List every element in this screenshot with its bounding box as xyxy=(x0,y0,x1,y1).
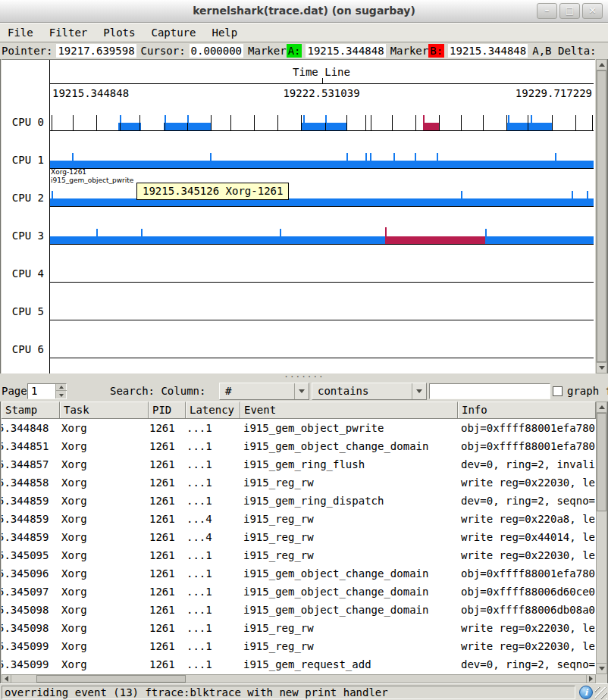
graph-scroll-down-icon[interactable] xyxy=(597,362,606,373)
event-tick xyxy=(528,115,528,130)
cell-task: Xorg xyxy=(60,583,149,601)
timeline-graph[interactable]: Time Line 19215.344848 19222.531039 1922… xyxy=(2,59,595,373)
table-row[interactable]: 5.345098Xorg1261...1i915_reg_rwwrite reg… xyxy=(2,619,596,637)
cell-stamp: 5.345095 xyxy=(2,546,60,564)
event-tick xyxy=(325,115,327,123)
graph-vertical-scrollbar[interactable] xyxy=(596,59,607,373)
table-scroll-up-icon[interactable] xyxy=(597,402,606,413)
spin-down-icon[interactable] xyxy=(56,392,67,398)
cpu-row-0[interactable] xyxy=(50,93,594,131)
scroll-left-icon[interactable] xyxy=(2,675,11,683)
menu-item-help[interactable]: Help xyxy=(212,25,237,40)
pane-splitter[interactable]: ······· xyxy=(0,373,608,381)
event-tick xyxy=(393,153,395,161)
graph-scroll-thumb[interactable] xyxy=(597,70,606,362)
cpu-3-bar[interactable] xyxy=(485,236,594,244)
page-spinbox[interactable]: 1 xyxy=(27,383,67,399)
table-row[interactable]: 5.344859Xorg1261...1i915_gem_ring_dispat… xyxy=(2,492,596,510)
cpu-label-6: CPU 6 xyxy=(2,343,44,357)
cpu-3-bar[interactable] xyxy=(50,236,385,244)
cell-event: i915_reg_rw xyxy=(240,473,458,492)
column-header-latency[interactable]: Latency xyxy=(186,402,240,419)
cpu-row-6[interactable] xyxy=(50,320,594,358)
cpu-0-bar[interactable] xyxy=(423,123,440,130)
cell-pid: 1261 xyxy=(149,655,186,673)
cell-task: Xorg xyxy=(60,510,149,528)
event-tick xyxy=(392,115,393,130)
cell-task: Xorg xyxy=(60,455,149,473)
event-tick xyxy=(572,191,573,198)
chevron-down-icon[interactable] xyxy=(412,383,426,399)
cell-task: Xorg xyxy=(60,473,149,492)
table-row[interactable]: 5.344859Xorg1261...4i915_reg_rwwrite reg… xyxy=(2,510,596,528)
info-icon[interactable]: i xyxy=(579,686,593,699)
marker-b-value: 19215.344848 xyxy=(448,44,528,58)
graph-follows-checkbox[interactable] xyxy=(553,386,563,396)
column-header-pid[interactable]: PID xyxy=(149,402,186,419)
cpu-0-bar[interactable] xyxy=(506,123,552,130)
cpu-0-bar[interactable] xyxy=(118,123,142,130)
table-row[interactable]: 5.345097Xorg1261...1i915_gem_object_chan… xyxy=(2,583,596,601)
cell-event: i915_gem_object_change_domain xyxy=(240,583,458,601)
table-row[interactable]: 5.345099Xorg1261...1i915_gem_request_add… xyxy=(2,655,596,673)
table-vertical-scrollbar[interactable] xyxy=(596,402,607,674)
horizontal-scroll-thumb[interactable] xyxy=(36,675,186,683)
search-input[interactable] xyxy=(429,383,550,399)
table-row[interactable]: 5.345098Xorg1261...1i915_gem_object_chan… xyxy=(2,601,596,619)
cursor-value: 0.000000 xyxy=(190,44,243,58)
table-row[interactable]: 5.345096Xorg1261...1i915_gem_object_chan… xyxy=(2,564,596,583)
event-tick xyxy=(211,115,212,130)
table-row[interactable]: 5.344848Xorg1261...1i915_gem_object_pwri… xyxy=(2,419,596,437)
table-row[interactable]: 5.344859Xorg1261...4i915_reg_rwwrite reg… xyxy=(2,528,596,546)
cpu-3-bar[interactable] xyxy=(385,236,486,244)
event-tick xyxy=(72,153,74,161)
cpu-1-bar[interactable] xyxy=(50,161,594,168)
table-row[interactable]: 5.345099Xorg1261...1i915_reg_rwwrite reg… xyxy=(2,637,596,655)
cell-event: i915_gem_request_add xyxy=(240,655,458,673)
menu-item-file[interactable]: File xyxy=(8,25,33,40)
cpu-row-1[interactable] xyxy=(50,131,594,169)
cpu-0-bar[interactable] xyxy=(301,123,346,130)
close-button[interactable]: ✕ xyxy=(582,3,603,19)
cpu-row-2[interactable] xyxy=(50,169,594,207)
table-row[interactable]: 5.344851Xorg1261...1i915_gem_object_chan… xyxy=(2,437,596,455)
cpu-2-bar[interactable] xyxy=(50,198,594,206)
match-select[interactable]: contains xyxy=(312,383,427,400)
scrollbar-corner xyxy=(596,674,607,683)
resize-grip-icon[interactable] xyxy=(595,687,607,699)
table-horizontal-scrollbar[interactable] xyxy=(2,674,596,683)
cpu-row-5[interactable] xyxy=(50,283,594,320)
minimize-button[interactable]: – xyxy=(537,3,557,19)
spin-up-icon[interactable] xyxy=(56,384,67,391)
marker-a-value: 19215.344848 xyxy=(306,44,385,58)
event-tick xyxy=(365,115,366,130)
column-header-event[interactable]: Event xyxy=(240,402,458,419)
cell-stamp: 5.344848 xyxy=(2,419,60,437)
column-header-task[interactable]: Task xyxy=(60,402,149,419)
cell-event: i915_gem_object_change_domain xyxy=(240,564,458,583)
scroll-right-icon[interactable] xyxy=(586,675,595,683)
cell-stamp: 5.345099 xyxy=(2,655,60,673)
graph-scroll-up-icon[interactable] xyxy=(597,60,606,70)
event-tick xyxy=(461,115,462,130)
table-scroll-down-icon[interactable] xyxy=(597,663,606,673)
maximize-button[interactable]: □ xyxy=(559,3,580,19)
cell-pid: 1261 xyxy=(149,546,186,564)
cpu-row-4[interactable] xyxy=(50,245,594,283)
table-row[interactable]: 5.344858Xorg1261...1i915_reg_rwwrite reg… xyxy=(2,473,596,492)
table-scroll-thumb[interactable] xyxy=(597,413,606,511)
menu-item-plots[interactable]: Plots xyxy=(103,25,135,40)
column-header-stamp[interactable]: Stamp xyxy=(2,402,60,419)
menu-item-filter[interactable]: Filter xyxy=(49,25,88,40)
menu-item-capture[interactable]: Capture xyxy=(151,25,196,40)
table-row[interactable]: 5.344857Xorg1261...1i915_gem_ring_flushd… xyxy=(2,455,596,473)
cell-latency: ...1 xyxy=(186,583,240,601)
cell-latency: ...1 xyxy=(186,437,240,455)
chevron-down-icon[interactable] xyxy=(294,383,309,399)
table-row[interactable]: 5.345095Xorg1261...1i915_reg_rwwrite reg… xyxy=(2,546,596,564)
column-select[interactable]: # xyxy=(219,383,309,400)
title-bar[interactable]: kernelshark(trace.dat) (on sugarbay) – □… xyxy=(0,0,608,23)
cpu-row-3[interactable] xyxy=(50,207,594,245)
cell-task: Xorg xyxy=(60,601,149,619)
column-header-info[interactable]: Info xyxy=(458,402,596,419)
